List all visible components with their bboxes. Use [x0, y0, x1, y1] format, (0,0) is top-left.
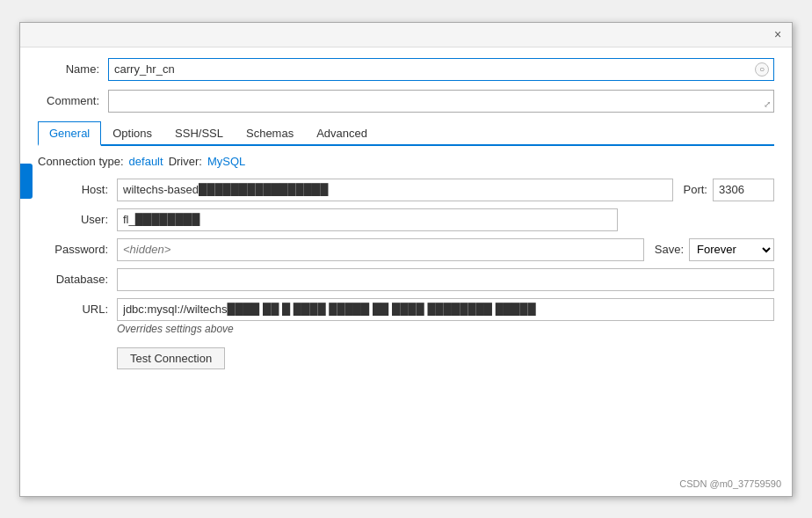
test-connection-button[interactable]: Test Connection — [117, 347, 225, 369]
database-label: Database: — [38, 273, 117, 286]
connection-type-row: Connection type: default Driver: MySQL — [38, 155, 774, 168]
database-input[interactable] — [117, 268, 774, 291]
tab-general[interactable]: General — [38, 121, 101, 146]
connection-dialog: × Name: ○ Comment: ⤢ General Options SSH… — [19, 22, 793, 497]
password-label: Password: — [38, 243, 117, 256]
conn-type-label: Connection type: — [38, 155, 124, 168]
field-section: Host: Port: User: Password: Save: Foreve… — [38, 179, 774, 335]
overrides-text: Overrides settings above — [117, 323, 774, 335]
tab-ssh-ssl[interactable]: SSH/SSL — [163, 121, 235, 146]
comment-input[interactable] — [108, 90, 774, 113]
host-input[interactable] — [117, 179, 673, 201]
save-select[interactable]: Forever Until restart Never — [689, 238, 774, 261]
name-row: Name: ○ — [38, 58, 774, 81]
tab-advanced[interactable]: Advanced — [305, 121, 379, 146]
url-section: URL: Overrides settings above — [38, 298, 774, 335]
driver-label: Driver: — [169, 155, 202, 168]
port-input[interactable] — [713, 179, 774, 201]
tabs-bar: General Options SSH/SSL Schemas Advanced — [38, 121, 774, 146]
database-row: Database: — [38, 268, 774, 291]
port-label: Port: — [684, 183, 707, 196]
conn-type-link[interactable]: default — [129, 155, 163, 168]
name-input-wrapper: ○ — [108, 58, 774, 81]
comment-row: Comment: ⤢ — [38, 90, 774, 113]
url-label: URL: — [38, 303, 117, 316]
host-label: Host: — [38, 183, 117, 196]
user-row: User: — [38, 208, 774, 231]
tab-schemas[interactable]: Schemas — [235, 121, 305, 146]
name-clear-icon[interactable]: ○ — [755, 62, 769, 77]
save-label: Save: — [655, 243, 684, 256]
side-nav-indicator — [20, 164, 33, 199]
password-row: Password: Save: Forever Until restart Ne… — [38, 238, 774, 261]
comment-wrapper: ⤢ — [108, 90, 774, 113]
dialog-body: Name: ○ Comment: ⤢ General Options SSH/S… — [20, 47, 792, 383]
name-input[interactable] — [108, 58, 774, 81]
url-row: URL: — [38, 298, 774, 321]
user-label: User: — [38, 213, 117, 226]
url-input[interactable] — [117, 298, 774, 321]
comment-label: Comment: — [38, 94, 108, 107]
host-row: Host: Port: — [38, 179, 774, 201]
watermark: CSDN @m0_37759590 — [679, 478, 781, 489]
name-label: Name: — [38, 62, 108, 76]
title-bar: × — [20, 23, 792, 47]
expand-icon[interactable]: ⤢ — [764, 99, 771, 109]
driver-link[interactable]: MySQL — [207, 155, 245, 168]
password-input[interactable] — [117, 238, 644, 261]
user-input[interactable] — [117, 208, 618, 231]
close-button[interactable]: × — [769, 26, 787, 43]
tab-options[interactable]: Options — [101, 121, 163, 146]
